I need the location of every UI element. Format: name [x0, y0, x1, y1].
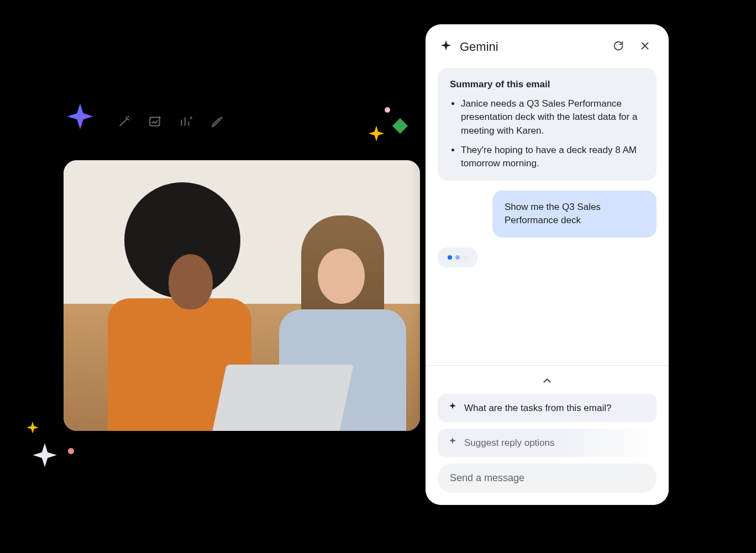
suggestion-label: What are the tasks from this email?: [464, 403, 611, 414]
diamond-green-icon: [392, 118, 408, 134]
chart-sparkle-icon: [179, 114, 193, 131]
summary-bullet: They're hoping to have a deck ready 8 AM…: [461, 144, 644, 171]
suggestion-chip[interactable]: Suggest reply options: [438, 429, 657, 457]
close-button[interactable]: [636, 36, 654, 57]
typing-indicator: [438, 247, 477, 267]
ai-summary-bubble: Summary of this email Janice needs a Q3 …: [438, 68, 657, 181]
summary-list: Janice needs a Q3 Sales Performance pres…: [450, 97, 644, 171]
sparkle-yellow-icon: [367, 125, 386, 144]
chat-scroll-area: Summary of this email Janice needs a Q3 …: [426, 65, 669, 365]
suggestion-label: Suggest reply options: [464, 438, 555, 449]
ai-tools-icon-row: [117, 114, 224, 131]
refresh-button[interactable]: [609, 36, 628, 57]
magic-wand-icon: [117, 114, 132, 131]
sparkle-icon: [448, 402, 458, 414]
dot-coral-icon: [68, 448, 74, 454]
dot-pink-icon: [385, 107, 390, 113]
message-input[interactable]: Send a message: [438, 464, 657, 493]
gemini-panel: Gemini Summary of this email Janice need…: [426, 24, 669, 505]
suggestions-section: What are the tasks from this email? Sugg…: [426, 365, 669, 505]
summary-title: Summary of this email: [450, 78, 644, 92]
suggestion-chip[interactable]: What are the tasks from this email?: [438, 394, 657, 422]
sparkle-icon: [448, 436, 458, 449]
gradient-sparkle-icon: [65, 102, 96, 133]
sparkle-yellow-icon: [25, 421, 40, 435]
collapse-suggestions-button[interactable]: [438, 372, 657, 394]
user-message-bubble: Show me the Q3 Sales Performance deck: [492, 191, 657, 238]
gemini-header: Gemini: [426, 24, 669, 65]
sparkle-icon: [440, 40, 452, 54]
user-message-text: Show me the Q3 Sales Performance deck: [505, 202, 601, 226]
image-sparkle-icon: [148, 114, 162, 131]
sparkle-outline-icon: [30, 442, 59, 471]
svg-rect-0: [150, 117, 159, 125]
hero-photo: [64, 160, 420, 431]
pen-sparkle-icon: [210, 114, 224, 131]
chevron-up-icon: [541, 380, 553, 388]
gemini-title: Gemini: [460, 40, 498, 54]
summary-bullet: Janice needs a Q3 Sales Performance pres…: [461, 97, 644, 138]
